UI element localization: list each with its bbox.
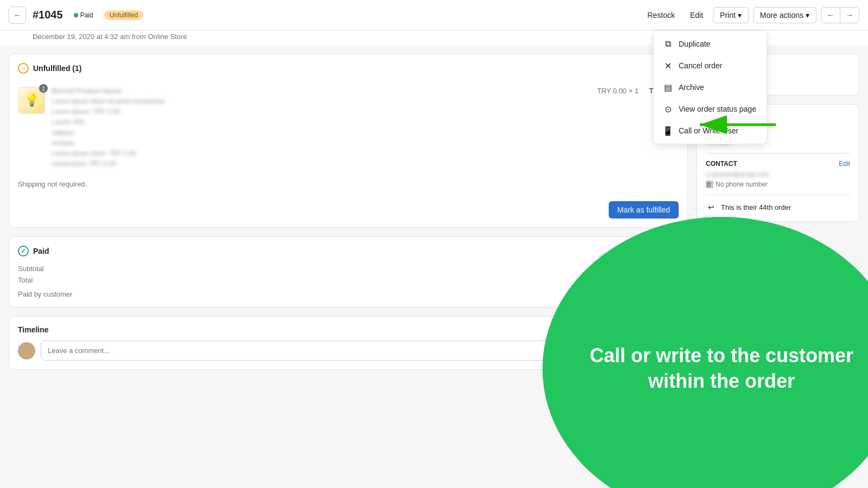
user-avatar bbox=[18, 342, 35, 359]
product-meta-line-6: Lorem ipsum dolor: TRY 0.00 bbox=[52, 149, 591, 159]
green-arrow-annotation bbox=[684, 108, 781, 143]
order-number: #1045 bbox=[33, 9, 63, 21]
total-label: Total bbox=[18, 276, 33, 284]
print-button[interactable]: Print ▾ bbox=[713, 7, 749, 23]
product-emoji: 💡 bbox=[24, 93, 39, 107]
top-bar: ← #1045 Paid Unfulfilled Restock Edit Pr… bbox=[0, 0, 868, 30]
paid-title-text: Paid bbox=[33, 247, 49, 255]
nav-arrows: ← → bbox=[821, 7, 859, 23]
view-status-icon: ⊙ bbox=[662, 104, 673, 114]
paid-icon: ✓ bbox=[18, 246, 29, 256]
section-divider-2 bbox=[706, 195, 850, 195]
dropdown-item-cancel[interactable]: ✕ Cancel order bbox=[654, 55, 767, 76]
unfulfilled-card: ○ Unfulfilled (1) 💡 1 Blurred Product Na… bbox=[9, 54, 688, 228]
nav-prev-button[interactable]: ← bbox=[821, 8, 840, 23]
shipping-note: Shipping not required. bbox=[18, 176, 679, 192]
restock-button[interactable]: Restock bbox=[642, 8, 680, 23]
unfulfilled-title: ○ Unfulfilled (1) bbox=[18, 63, 679, 74]
dropdown-item-duplicate[interactable]: ⧉ Duplicate bbox=[654, 33, 767, 55]
product-thumbnail: 💡 1 bbox=[18, 87, 45, 114]
dropdown-label-duplicate: Duplicate bbox=[679, 40, 710, 48]
section-divider-1 bbox=[706, 153, 850, 153]
phone-row: 🗑 No phone number bbox=[706, 181, 850, 188]
product-row: 💡 1 Blurred Product Name Lorem ipsum dol… bbox=[18, 80, 679, 176]
archive-icon: ▤ bbox=[662, 82, 673, 93]
convert-label: This is their 44th order bbox=[721, 203, 791, 211]
comment-placeholder: Leave a comment... bbox=[48, 346, 582, 355]
speech-bubble-text: Call or write to the customer within the… bbox=[542, 322, 868, 416]
header-actions: Restock Edit Print ▾ More actions ▾ ← → bbox=[642, 7, 859, 23]
duplicate-icon: ⧉ bbox=[662, 38, 673, 49]
back-button[interactable]: ← bbox=[9, 7, 26, 24]
contact-header: CONTACT Edit bbox=[706, 160, 850, 168]
product-quantity-badge: 1 bbox=[39, 84, 48, 93]
repeat-order-icon: ↩ bbox=[706, 202, 717, 213]
more-actions-chevron-icon: ▾ bbox=[806, 11, 809, 20]
edit-contact-link[interactable]: Edit bbox=[839, 160, 850, 168]
unfulfilled-icon: ○ bbox=[18, 63, 29, 74]
product-name[interactable]: Blurred Product Name bbox=[52, 87, 591, 95]
print-chevron-icon: ▾ bbox=[738, 11, 742, 20]
convert-row: ↩ This is their 44th order bbox=[706, 202, 850, 213]
print-label: Print bbox=[720, 11, 736, 20]
mark-fulfilled-container: Mark as fulfilled bbox=[18, 192, 679, 219]
product-meta: Lorem ipsum dolor sit amet consectetur L… bbox=[52, 97, 591, 169]
more-actions-label: More actions bbox=[760, 11, 803, 20]
unfulfilled-badge: Unfulfilled bbox=[104, 10, 144, 20]
subtotal-row: Subtotal 1 item bbox=[18, 263, 679, 274]
product-meta-line-3: Lorem: 000 bbox=[52, 117, 591, 127]
whatsapp-icon: 📱 bbox=[662, 125, 673, 136]
dropdown-label-archive: Archive bbox=[679, 83, 704, 92]
unfulfilled-title-text: Unfulfilled (1) bbox=[33, 64, 81, 73]
product-meta-line-2: Lorem ipsum: TRY 0.00 bbox=[52, 107, 591, 117]
product-meta-line-4: Adipisci bbox=[52, 128, 591, 138]
contact-label: CONTACT bbox=[706, 160, 737, 168]
cancel-icon: ✕ bbox=[662, 60, 673, 71]
paid-badge: Paid bbox=[69, 10, 98, 20]
paid-title: ✓ Paid bbox=[18, 246, 679, 256]
nav-next-button[interactable]: → bbox=[840, 8, 859, 23]
product-info: Blurred Product Name Lorem ipsum dolor s… bbox=[52, 87, 591, 169]
customer-email: customer@email.com bbox=[706, 171, 850, 178]
back-arrow-icon: ← bbox=[14, 11, 21, 20]
edit-button[interactable]: Edit bbox=[685, 8, 709, 23]
subtotal-label: Subtotal bbox=[18, 265, 44, 273]
product-meta-line-1: Lorem ipsum dolor sit amet consectetur bbox=[52, 97, 591, 107]
dropdown-item-archive[interactable]: ▤ Archive bbox=[654, 76, 767, 98]
product-meta-line-7: consectetur: TRY 0.00 bbox=[52, 159, 591, 169]
no-phone: No phone number bbox=[716, 181, 768, 188]
mark-fulfilled-button[interactable]: Mark as fulfilled bbox=[609, 201, 679, 219]
price-unit: TRY 0.00 × 1 bbox=[597, 87, 639, 95]
more-actions-button[interactable]: More actions ▾ bbox=[753, 7, 816, 23]
trash-icon[interactable]: 🗑 bbox=[706, 181, 713, 188]
timeline-title: Timeline bbox=[18, 325, 49, 334]
product-meta-line-5: compris bbox=[52, 138, 591, 149]
convert-section: ↩ This is their 44th order bbox=[706, 202, 850, 213]
dropdown-label-cancel: Cancel order bbox=[679, 61, 722, 70]
